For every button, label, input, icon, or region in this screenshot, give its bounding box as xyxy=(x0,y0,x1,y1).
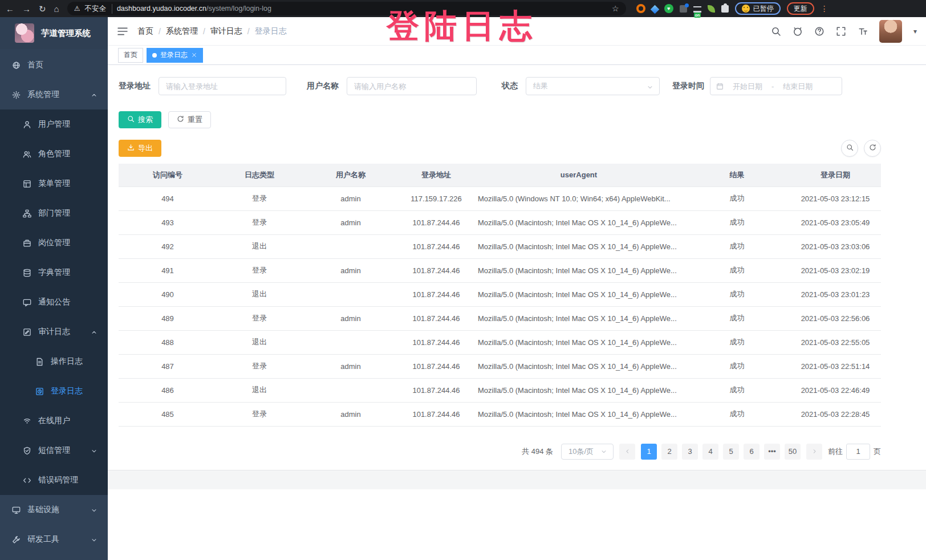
sidebar-item-post-management[interactable]: 岗位管理 xyxy=(0,228,108,258)
table-cell xyxy=(302,378,399,402)
sidebar-item-role-management[interactable]: 角色管理 xyxy=(0,139,108,169)
column-header: 结果 xyxy=(684,164,790,186)
table-cell: 成功 xyxy=(684,258,790,282)
table-cell: 486 xyxy=(119,378,217,402)
security-label: 不安全 xyxy=(84,4,112,14)
mini-search-icon xyxy=(846,143,854,153)
sidebar-item-notice-announcement[interactable]: 通知公告 xyxy=(0,287,108,317)
extension-area: ♥ on 已暂停 更新 ⋮ xyxy=(636,2,828,15)
fullscreen-icon[interactable] xyxy=(836,26,846,36)
extension-leaf-icon[interactable] xyxy=(708,5,715,13)
extensions-puzzle-icon[interactable] xyxy=(721,5,729,13)
back-icon[interactable]: ← xyxy=(6,5,14,13)
page-button-4[interactable]: 4 xyxy=(702,444,718,460)
browser-chrome: ← → ↻ ⌂ ⚠ 不安全 dashboard.yudao.iocoder.cn… xyxy=(0,0,926,17)
end-date-input[interactable] xyxy=(777,82,818,91)
sidebar-item-infrastructure[interactable]: 基础设施 xyxy=(0,495,108,525)
more-pages-button[interactable]: ••• xyxy=(764,444,780,460)
help-icon[interactable] xyxy=(814,26,825,36)
table-row: 492退出101.87.244.46Mozilla/5.0 (Macintosh… xyxy=(119,234,881,258)
forward-icon[interactable]: → xyxy=(22,5,31,13)
hide-search-button[interactable] xyxy=(841,140,858,157)
logo-row[interactable]: 芋道管理系统 xyxy=(0,17,108,49)
extension-heart-icon[interactable]: ♥ xyxy=(664,4,673,13)
breadcrumb-item[interactable]: 系统管理 xyxy=(166,26,198,36)
table-cell: 退出 xyxy=(217,330,302,354)
search-icon[interactable] xyxy=(771,26,781,36)
infra-icon xyxy=(12,506,21,514)
sidebar-item-user-management[interactable]: 用户管理 xyxy=(0,109,108,139)
tag-item[interactable]: 首页 xyxy=(118,48,143,63)
extension-grid-icon[interactable] xyxy=(680,5,687,13)
goto-page-input[interactable] xyxy=(846,444,870,460)
table-cell: 登录 xyxy=(217,210,302,234)
page-button-5[interactable]: 5 xyxy=(723,444,739,460)
table-cell: Mozilla/5.0 (Macintosh; Intel Mac OS X 1… xyxy=(473,330,684,354)
paused-button[interactable]: 已暂停 xyxy=(735,2,781,15)
start-date-input[interactable] xyxy=(727,82,768,91)
sidebar-item-dept-management[interactable]: 部门管理 xyxy=(0,198,108,228)
reset-button[interactable]: 重置 xyxy=(168,111,211,128)
sidebar-item-menu-management[interactable]: 菜单管理 xyxy=(0,169,108,198)
sidebar-item-label: 首页 xyxy=(27,60,43,70)
address-filter-input[interactable] xyxy=(159,77,286,95)
extension-list-icon[interactable]: on xyxy=(693,6,701,13)
sidebar-item-audit-log[interactable]: 审计日志 xyxy=(0,317,108,347)
breadcrumb-item[interactable]: 审计日志 xyxy=(210,26,242,36)
sidebar-item-error-code-management[interactable]: 错误码管理 xyxy=(0,465,108,495)
hamburger-icon[interactable] xyxy=(117,26,128,37)
sidebar-item-operation-log[interactable]: 操作日志 xyxy=(0,347,108,376)
browser-menu-icon[interactable]: ⋮ xyxy=(821,4,828,13)
sidebar-item-dict-management[interactable]: 字典管理 xyxy=(0,258,108,287)
page-size-select[interactable]: 10条/页 xyxy=(561,444,614,460)
next-page-button[interactable] xyxy=(806,444,822,460)
bookmark-star-icon[interactable]: ☆ xyxy=(612,4,619,13)
table-cell: 成功 xyxy=(684,282,790,306)
sidebar-item-system-management[interactable]: 系统管理 xyxy=(0,80,108,109)
extension-gem-icon[interactable] xyxy=(650,5,659,14)
table-cell: 491 xyxy=(119,258,217,282)
search-button[interactable]: 搜索 xyxy=(119,111,161,128)
table-cell: 485 xyxy=(119,402,217,426)
table-cell: 成功 xyxy=(684,378,790,402)
extension-orange-icon[interactable] xyxy=(636,4,645,13)
table-cell: 101.87.244.46 xyxy=(399,258,473,282)
sidebar-item-sms-management[interactable]: 短信管理 xyxy=(0,436,108,465)
github-icon[interactable] xyxy=(793,26,803,36)
user-avatar[interactable] xyxy=(879,20,902,43)
home-icon[interactable]: ⌂ xyxy=(54,5,59,13)
dashboard-icon xyxy=(12,61,21,70)
sidebar-item-login-log[interactable]: 登录日志 xyxy=(0,376,108,406)
tag-active[interactable]: 登录日志 xyxy=(147,48,203,63)
font-size-icon[interactable] xyxy=(858,26,868,36)
sidebar-item-online-users[interactable]: 在线用户 xyxy=(0,406,108,436)
tag-label: 登录日志 xyxy=(160,50,188,60)
page-button-3[interactable]: 3 xyxy=(682,444,698,460)
page-button-6[interactable]: 6 xyxy=(744,444,760,460)
table-cell: 489 xyxy=(119,306,217,330)
table-cell: 成功 xyxy=(684,354,790,378)
chevron-down-icon xyxy=(600,448,607,455)
username-filter-input[interactable] xyxy=(347,77,477,95)
breadcrumb-item[interactable]: 首页 xyxy=(137,26,153,36)
avatar-caret-icon[interactable]: ▾ xyxy=(913,27,917,35)
audit-icon xyxy=(23,328,31,336)
url-text: dashboard.yudao.iocoder.cn/system/log/lo… xyxy=(117,5,271,13)
refresh-table-button[interactable] xyxy=(864,140,881,157)
page-button-2[interactable]: 2 xyxy=(661,444,677,460)
export-button[interactable]: 导出 xyxy=(119,140,161,157)
reload-icon[interactable]: ↻ xyxy=(39,5,46,13)
status-select[interactable]: 结果 xyxy=(526,77,660,95)
page-buttons: 123456•••50 xyxy=(641,444,801,460)
page-button-1[interactable]: 1 xyxy=(641,444,657,460)
page-button-50[interactable]: 50 xyxy=(785,444,801,460)
table-cell: 487 xyxy=(119,354,217,378)
update-button[interactable]: 更新 xyxy=(787,2,814,15)
sidebar-item-dev-tools[interactable]: 研发工具 xyxy=(0,525,108,554)
date-range-picker[interactable]: - xyxy=(710,77,842,95)
address-bar[interactable]: ⚠ 不安全 dashboard.yudao.iocoder.cn/system/… xyxy=(67,2,626,15)
close-icon[interactable] xyxy=(191,52,197,58)
sidebar-item-home[interactable]: 首页 xyxy=(0,50,108,80)
dict-icon xyxy=(23,269,31,277)
prev-page-button[interactable] xyxy=(619,444,635,460)
